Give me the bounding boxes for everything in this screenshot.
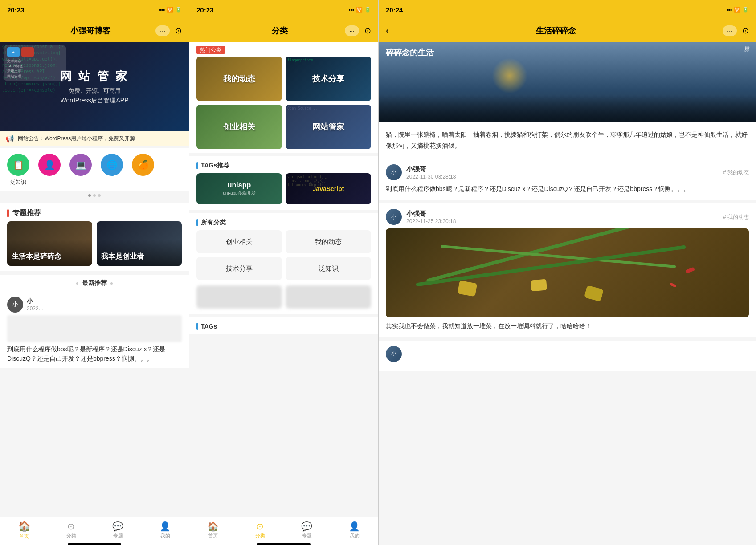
target-icon-1[interactable]: ⊙ [175,26,182,36]
post-item-3-partial[interactable]: 小 [379,341,756,371]
post-date-3-2: 2022-11-25 23:30:18 [406,218,719,224]
cat-icon-4[interactable]: 🌐 [101,154,123,186]
post-date-1: 2022... [27,305,182,312]
all-cat-1[interactable]: 创业相关 [196,230,282,253]
notice-icon-1: 📢 [5,134,14,143]
more-button-1[interactable]: ··· [155,25,170,36]
target-icon-3[interactable]: ⊙ [742,26,749,36]
nav-actions-3: ··· ⊙ [723,25,749,36]
phone-content-1[interactable]: + 文章内容 TAGs标签 新建文章 网站管理 {function(){cons… [0,42,189,517]
post-full-header-2: 小 小强哥 2022-11-25 23:30:18 # 我的动态 [386,209,749,225]
cat-card-2[interactable]: fingerprints... 技术分享 [286,57,371,101]
life-banner-3: 碎碎念的生活 穿只 [379,42,756,122]
dot-3 [98,194,101,197]
all-cat-2[interactable]: 我的动态 [286,230,371,253]
back-button-3[interactable]: ‹ [386,25,389,37]
tab-mine-2[interactable]: 👤 我的 [349,521,360,539]
avatar-3-2: 小 [386,209,402,225]
phone-2: 20:23 ▪▪▪ 🛜 🔋 分类 ··· ⊙ 热门公类 我的动态 [189,0,379,545]
tag-label-2: JavaScript [313,185,344,192]
tags-bottom-header: TAGs [189,317,378,334]
all-cat-4[interactable]: 泛知识 [286,257,371,280]
cat-icon-3[interactable]: 💻 [69,154,92,186]
tab-mine-1[interactable]: 👤 我的 [159,521,171,539]
post-meta-1: 小 2022... [27,297,182,312]
tab-topics-2[interactable]: 💬 专题 [301,521,312,539]
tag-card-2[interactable]: var js=function(){}const arr=[1,2,3];let… [286,173,371,204]
nav-title-3: 生活碎碎念 [536,25,576,36]
category-icons-1: 📋 泛知识 👤 💻 🌐 [0,148,189,191]
phone-content-2[interactable]: 热门公类 我的动态 fingerprints... 技术分享 创业相关 Open… [189,42,378,517]
signal-icon-1: ▪▪▪ [159,7,165,13]
post-tag-3-1: # 我的动态 [723,169,749,176]
nav-bar-2: 分类 ··· ⊙ [189,20,378,42]
nav-bar-3: ‹ 生活碎碎念 ··· ⊙ [379,20,756,42]
more-button-2[interactable]: ··· [345,25,359,36]
tab-cats-2[interactable]: ⊙ 分类 [255,521,265,539]
all-cats-section: 所有分类 创业相关 我的动态 技术分享 泛知识 [189,213,378,314]
nav-actions-2: ··· ⊙ [345,25,371,36]
tab-mine-label-2: 我的 [350,533,360,539]
all-cats-header: 所有分类 [189,213,378,230]
dots-1 [0,191,189,199]
avatar-1: 小 [7,297,23,313]
tab-topics-icon-1: 💬 [112,521,123,532]
phone-content-3[interactable]: 碎碎念的生活 穿只 猫，院里一张躺椅，晒着太阳，抽着卷烟，挑拨猫和狗打架，偶尔约… [379,42,756,545]
cat-card-4[interactable]: Open Source... 网站管家 [286,105,371,149]
status-icons-3: ▪▪▪ 🛜 🔋 [726,7,749,13]
hot-cats-section: 热门公类 我的动态 fingerprints... 技术分享 创业相关 Open… [189,42,378,153]
life-description-3: 猫，院里一张躺椅，晒着太阳，抽着卷烟，挑拨猫和狗打架，偶尔约朋友吹个牛，聊聊那几… [379,122,756,159]
description-text-3: 猫，院里一张躺椅，晒着太阳，抽着卷烟，挑拨猫和狗打架，偶尔约朋友吹个牛，聊聊那几… [386,131,748,149]
tab-home-1[interactable]: 🏠 首页 [18,521,30,540]
cat-card-3[interactable]: 创业相关 [196,105,282,149]
featured-card-2[interactable]: 我本是创业者 [97,221,182,266]
cat-card-label-1: 我的动态 [223,73,255,84]
target-icon-2[interactable]: ⊙ [364,26,371,36]
tab-topics-label-2: 专题 [302,533,312,539]
tab-home-2[interactable]: 🏠 首页 [208,521,219,539]
banner-title-1: 网 站 管 家 [60,69,129,84]
phone-1: 全 20:23 ▪▪▪ 🛜 🔋 小强哥博客 ··· ⊙ + [0,0,189,545]
post-item-1-3[interactable]: 小 小强哥 2022-11-30 03:28:18 # 我的动态 到底用什么程序… [379,159,756,203]
status-bar-3: 20:24 ▪▪▪ 🛜 🔋 [379,0,756,20]
tab-cats-1[interactable]: ⊙ 分类 [66,521,76,539]
nav-bar-1: 小强哥博客 ··· ⊙ [0,20,189,42]
banner-1: + 文章内容 TAGs标签 新建文章 网站管理 {function(){cons… [0,42,189,131]
status-bar-1: 全 20:23 ▪▪▪ 🛜 🔋 [0,0,189,20]
post-item-2-3[interactable]: 小 小强哥 2022-11-25 23:30:18 # 我的动态 [379,203,756,341]
cat-circle-1: 📋 [7,154,29,176]
post-row-1[interactable]: 小 小 2022... 到底用什么程序做bbs呢？是新程序？还是Discuz x… [0,292,189,368]
post-content-3-1: 到底用什么程序做bbs呢？是新程序？还是Discuz x？还是DiscuzQ？还… [386,184,749,195]
tab-mine-icon-1: 👤 [159,521,171,532]
featured-card-1[interactable]: 生活本是碎碎念 [7,221,92,266]
wifi-icon-1: 🛜 [167,7,173,13]
tag-card-1[interactable]: uniapp uni-app多端开发 [196,173,282,204]
all-cats-blue-bar [196,219,198,226]
post-author-1: 小 [27,297,182,305]
status-time-2: 20:23 [196,6,213,14]
tags-bottom-blue-bar [196,323,198,330]
red-bar-1 [7,209,9,217]
wifi-icon-3: 🛜 [734,7,740,13]
latest-section-1: 最新推荐 小 小 2022... 到底用什么程序做bbs呢？是新程序？还是Dis… [0,275,189,368]
featured-header-1: 专题推荐 [0,203,189,221]
tab-topics-1[interactable]: 💬 专题 [112,521,123,539]
cat-icon-5[interactable]: 🍊 [132,154,154,186]
life-banner-title: 碎碎念的生活 [386,47,434,58]
tab-home-label-2: 首页 [208,533,218,539]
tab-bar-2: 🏠 首页 ⊙ 分类 💬 专题 👤 我的 [189,517,378,543]
latest-dot-l [76,282,78,285]
post-meta-3-2: 小强哥 2022-11-25 23:30:18 [406,210,719,224]
featured-grid-1: 生活本是碎碎念 我本是创业者 [0,221,189,271]
cat-icon-1[interactable]: 📋 泛知识 [7,154,29,186]
cat-card-1[interactable]: 我的动态 [196,57,282,101]
post-content-1: 到底用什么程序做bbs呢？是新程序？还是Discuz x？还是DiscuzQ？还… [7,345,182,363]
tab-bottom-2 [257,543,311,545]
all-cat-3[interactable]: 技术分享 [196,257,282,280]
tab-home-label-1: 首页 [19,533,29,540]
nav-title-2: 分类 [272,25,288,36]
life-banner-bg [379,42,756,122]
more-button-3[interactable]: ··· [723,25,737,36]
cat-icon-2[interactable]: 👤 [38,154,61,186]
life-banner-side: 穿只 [743,42,751,122]
